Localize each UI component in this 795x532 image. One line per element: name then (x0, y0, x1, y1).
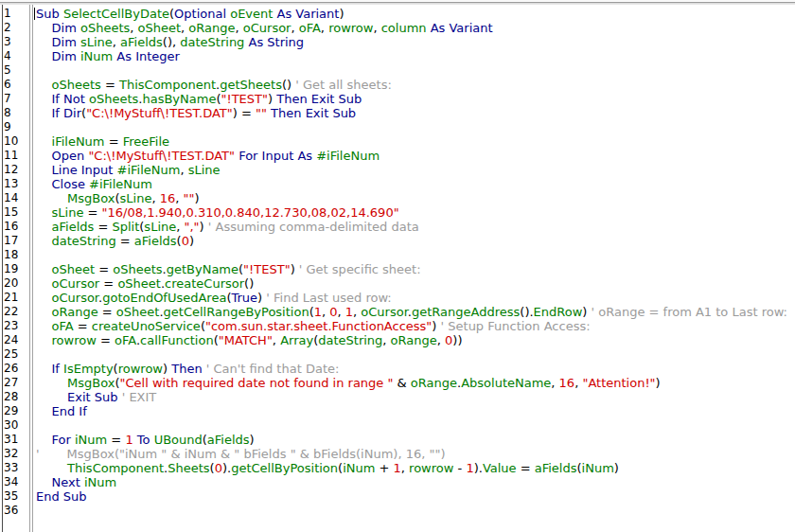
line-number[interactable]: 17 (3, 234, 29, 248)
line-number[interactable]: 35 (3, 489, 29, 504)
code-line[interactable]: Dim iNum As Integer (36, 49, 795, 63)
gutter-numbers[interactable]: 1234567891011121314151617181920212223242… (3, 7, 29, 518)
gutter-separator (32, 5, 33, 532)
code-line[interactable]: oSheet = oSheets.getByName("!TEST") ' Ge… (36, 262, 795, 276)
line-number[interactable]: 32 (3, 447, 29, 461)
code-line[interactable]: ' MsgBox("iNum " & iNum & " bFields " & … (36, 447, 795, 461)
line-number[interactable]: 9 (3, 120, 29, 134)
code-line[interactable] (36, 504, 795, 518)
line-number[interactable]: 6 (3, 78, 29, 92)
code-line[interactable]: Dim oSheets, oSheet, oRange, oCursor, oF… (36, 21, 795, 35)
code-line[interactable] (36, 248, 795, 262)
line-number[interactable]: 8 (3, 106, 29, 120)
code-line[interactable]: End If (36, 404, 795, 418)
code-line[interactable]: Next iNum (36, 475, 795, 489)
line-number[interactable]: 18 (3, 248, 29, 262)
line-number[interactable]: 12 (3, 163, 29, 177)
code-line[interactable]: MsgBox(sLine, 16, "") (36, 191, 795, 205)
basic-code-editor[interactable]: 1234567891011121314151617181920212223242… (0, 5, 795, 532)
line-number[interactable]: 22 (3, 305, 29, 319)
code-line[interactable] (36, 347, 795, 362)
line-number[interactable]: 20 (3, 276, 29, 291)
code-line[interactable]: oRange = oSheet.getCellRangeByPosition(1… (36, 305, 795, 319)
code-line[interactable]: Close #iFileNum (36, 177, 795, 191)
code-line[interactable]: aFields = Split(sLine, ",") ' Assuming c… (36, 220, 795, 234)
code-line[interactable]: MsgBox("Cell with required date not foun… (36, 376, 795, 390)
line-number[interactable]: 36 (3, 504, 29, 518)
code-line[interactable]: If IsEmpty(rowrow) Then ' Can't find tha… (36, 362, 795, 376)
line-number[interactable]: 34 (3, 475, 29, 489)
line-number[interactable]: 27 (3, 376, 29, 390)
line-number[interactable]: 15 (3, 205, 29, 220)
line-number[interactable]: 25 (3, 347, 29, 362)
code-line[interactable] (36, 418, 795, 433)
code-line[interactable] (36, 63, 795, 78)
line-number[interactable]: 31 (3, 433, 29, 447)
line-number[interactable]: 21 (3, 291, 29, 305)
line-number[interactable]: 4 (3, 49, 29, 63)
code-line[interactable]: dateString = aFields(0) (36, 234, 795, 248)
line-number[interactable]: 26 (3, 362, 29, 376)
code-line[interactable]: rowrow = oFA.callFunction("MATCH", Array… (36, 333, 795, 347)
line-number[interactable]: 1 (3, 7, 29, 21)
line-number[interactable]: 23 (3, 319, 29, 333)
code-line[interactable]: If Not oSheets.hasByName("!TEST") Then E… (36, 92, 795, 106)
code-line[interactable]: oSheets = ThisComponent.getSheets() ' Ge… (36, 78, 795, 92)
gutter-separator (29, 5, 30, 532)
line-number[interactable]: 28 (3, 390, 29, 404)
code-line[interactable]: If Dir("C:\!MyStuff\!TEST.DAT") = "" The… (36, 106, 795, 120)
code-line[interactable]: iFileNum = FreeFile (36, 134, 795, 149)
code-line[interactable]: oCursor.gotoEndOfUsedArea(True) ' Find L… (36, 291, 795, 305)
line-number[interactable]: 29 (3, 404, 29, 418)
code-line[interactable]: oCursor = oSheet.createCursor() (36, 276, 795, 291)
code-line[interactable]: ThisComponent.Sheets(0).getCellByPositio… (36, 461, 795, 475)
line-number[interactable]: 2 (3, 21, 29, 35)
code-area[interactable]: Sub SelectCellByDate(Optional oEvent As … (36, 7, 795, 518)
code-line[interactable]: End Sub (36, 489, 795, 504)
code-line[interactable]: For iNum = 1 To UBound(aFields) (36, 433, 795, 447)
code-line[interactable]: oFA = createUnoService("com.sun.star.she… (36, 319, 795, 333)
code-line[interactable]: Line Input #iFileNum, sLine (36, 163, 795, 177)
line-number[interactable]: 16 (3, 220, 29, 234)
code-line[interactable]: Dim sLine, aFields(), dateString As Stri… (36, 35, 795, 49)
line-number[interactable]: 13 (3, 177, 29, 191)
code-line[interactable]: Sub SelectCellByDate(Optional oEvent As … (36, 7, 795, 21)
code-line[interactable]: Open "C:\!MyStuff\!TEST.DAT" For Input A… (36, 149, 795, 163)
line-number[interactable]: 7 (3, 92, 29, 106)
code-line[interactable] (36, 120, 795, 134)
code-line[interactable]: sLine = "16/08,1.940,0.310,0.840,12.730,… (36, 205, 795, 220)
line-number[interactable]: 10 (3, 134, 29, 149)
line-number[interactable]: 14 (3, 191, 29, 205)
line-number[interactable]: 19 (3, 262, 29, 276)
text-caret (34, 8, 35, 20)
line-number[interactable]: 5 (3, 63, 29, 78)
code-line[interactable]: Exit Sub ' EXIT (36, 390, 795, 404)
line-number[interactable]: 30 (3, 418, 29, 433)
line-number[interactable]: 33 (3, 461, 29, 475)
line-number[interactable]: 3 (3, 35, 29, 49)
line-number[interactable]: 11 (3, 149, 29, 163)
line-number[interactable]: 24 (3, 333, 29, 347)
